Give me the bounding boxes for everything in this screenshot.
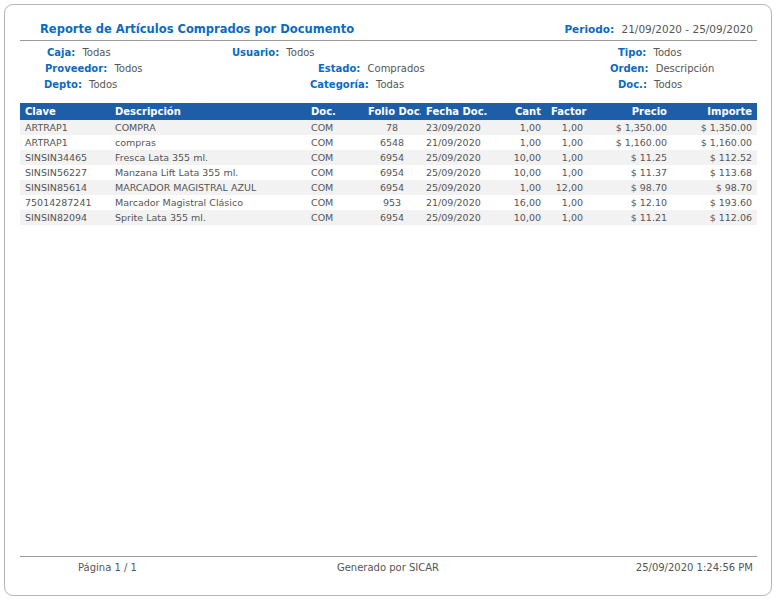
table-cell: SINSIN85614 [20,180,110,195]
table-cell: ARTRAP1 [20,120,110,135]
table-cell: 6954 [363,165,421,180]
table-cell: SINSIN82094 [20,210,110,225]
footer-page-number: Página 1 / 1 [78,562,137,573]
table-cell: compras [110,135,306,150]
filter-proveedor-value: Todos [114,63,142,74]
filter-caja-label: Caja: [47,47,75,58]
table-cell: 16,00 [491,195,546,210]
table-row: SINSIN85614MARCADOR MAGISTRAL AZULCOM695… [20,180,757,195]
table-cell: MARCADOR MAGISTRAL AZUL [110,180,306,195]
filter-depto: Depto: Todos [44,79,117,90]
filter-categoria-label: Categoría: [310,79,369,90]
table-cell: 1,00 [491,120,546,135]
column-header: Precio [588,103,672,120]
table-cell: $ 1,160.00 [588,135,672,150]
filter-estado-value: Comprados [368,63,425,74]
table-cell: $ 11.25 [588,150,672,165]
filter-orden-label: Orden: [610,63,649,74]
filter-usuario-label: Usuario: [232,47,279,58]
table-cell: 25/09/2020 [421,180,491,195]
column-header: Clave [20,103,110,120]
column-header: Fecha Doc. [421,103,491,120]
table-cell: 25/09/2020 [421,210,491,225]
table-cell: Manzana Lift Lata 355 ml. [110,165,306,180]
table-row: SINSIN56227Manzana Lift Lata 355 ml.COM6… [20,165,757,180]
filter-orden: Orden: Descripción [610,63,714,74]
table-cell: $ 112.06 [672,210,757,225]
period: Periodo: 21/09/2020 - 25/09/2020 [564,23,753,35]
filter-tipo: Tipo: Todos [618,47,682,58]
filter-tipo-value: Todos [653,47,681,58]
table-cell: COMPRA [110,120,306,135]
filter-depto-value: Todos [89,79,117,90]
column-header: Descripción [110,103,306,120]
table-cell: COM [306,150,363,165]
filter-proveedor: Proveedor: Todos [45,63,143,74]
table-cell: $ 11.21 [588,210,672,225]
table-cell: 6548 [363,135,421,150]
table-cell: 25/09/2020 [421,165,491,180]
table-cell: 1,00 [546,150,588,165]
table-cell: $ 193.60 [672,195,757,210]
table-cell: $ 98.70 [588,180,672,195]
table-cell: Sprite Lata 355 ml. [110,210,306,225]
table-cell: COM [306,135,363,150]
table-cell: SINSIN34465 [20,150,110,165]
table-cell: $ 113.68 [672,165,757,180]
table-cell: 21/09/2020 [421,195,491,210]
table-row: SINSIN34465Fresca Lata 355 ml.COM695425/… [20,150,757,165]
filter-orden-value: Descripción [656,63,715,74]
filter-doc: Doc.: Todos [618,79,682,90]
table-cell: 6954 [363,210,421,225]
table-cell: 1,00 [491,135,546,150]
table-row: ARTRAP1COMPRACOM7823/09/20201,001,00$ 1,… [20,120,757,135]
footer-divider [20,556,757,557]
table-cell: $ 11.37 [588,165,672,180]
table-cell: 1,00 [546,120,588,135]
report-title: Reporte de Artículos Comprados por Docum… [40,22,354,36]
report-table: ClaveDescripciónDoc.Folio Doc.Fecha Doc.… [20,103,757,225]
column-header: Importe [672,103,757,120]
table-cell: 953 [363,195,421,210]
table-cell: 23/09/2020 [421,120,491,135]
filter-usuario: Usuario: Todos [232,47,315,58]
column-header: Cant [491,103,546,120]
table-cell: COM [306,210,363,225]
table-cell: 1,00 [546,135,588,150]
header-divider [20,40,757,41]
table-cell: 25/09/2020 [421,150,491,165]
table-cell: COM [306,165,363,180]
report-page: Reporte de Artículos Comprados por Docum… [4,4,772,596]
table-cell: $ 112.52 [672,150,757,165]
table-header-row: ClaveDescripciónDoc.Folio Doc.Fecha Doc.… [20,103,757,120]
table-cell: $ 1,350.00 [672,120,757,135]
table-cell: 6954 [363,150,421,165]
filter-categoria: Categoría: Todas [310,79,404,90]
column-header: Folio Doc. [363,103,421,120]
filter-doc-label: Doc.: [618,79,647,90]
filter-categoria-value: Todas [376,79,404,90]
table-row: 75014287241Marcador Magistral ClásicoCOM… [20,195,757,210]
table-cell: $ 1,350.00 [588,120,672,135]
filter-depto-label: Depto: [44,79,82,90]
table-cell: 10,00 [491,150,546,165]
table-body: ARTRAP1COMPRACOM7823/09/20201,001,00$ 1,… [20,120,757,225]
table-cell: 10,00 [491,210,546,225]
table-cell: 12,00 [546,180,588,195]
table-cell: ARTRAP1 [20,135,110,150]
table-cell: Marcador Magistral Clásico [110,195,306,210]
table-cell: SINSIN56227 [20,165,110,180]
table-cell: COM [306,120,363,135]
table-header: ClaveDescripciónDoc.Folio Doc.Fecha Doc.… [20,103,757,120]
table-cell: 1,00 [546,165,588,180]
table-cell: 75014287241 [20,195,110,210]
filter-estado: Estado: Comprados [318,63,425,74]
table-row: ARTRAP1comprasCOM654821/09/20201,001,00$… [20,135,757,150]
filter-proveedor-label: Proveedor: [45,63,107,74]
filter-usuario-value: Todos [286,47,314,58]
table-cell: $ 98.70 [672,180,757,195]
filter-caja-value: Todas [82,47,110,58]
table-cell: $ 12.10 [588,195,672,210]
column-header: Factor [546,103,588,120]
table-row: SINSIN82094Sprite Lata 355 ml.COM695425/… [20,210,757,225]
